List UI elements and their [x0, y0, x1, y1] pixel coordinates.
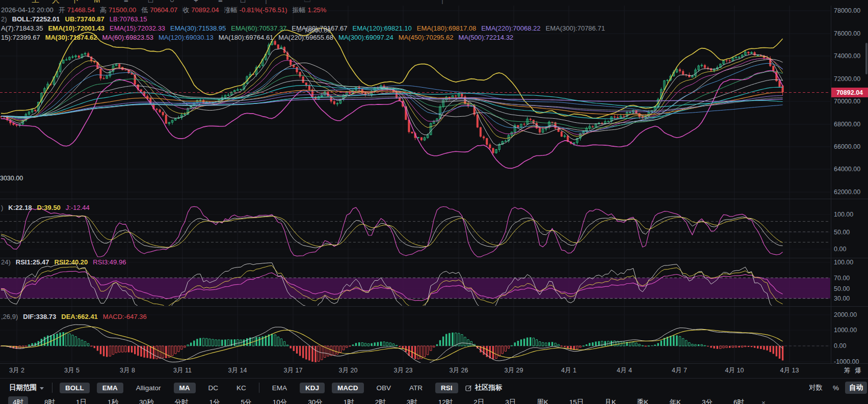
top-tool-icon[interactable]: 人 [52, 0, 60, 5]
timeframe-年K[interactable]: 年K [665, 396, 686, 404]
top-tool-icon[interactable]: ≡ [124, 0, 128, 5]
timeframe-3日[interactable]: 3日 [501, 396, 520, 404]
left-price-label: 63030.00 [0, 175, 23, 182]
rsi-axis-tick: 30.00 [834, 295, 850, 302]
timeframe-1时[interactable]: 1时 [339, 396, 359, 404]
overlay-btn-dc[interactable]: DC [203, 383, 224, 393]
corner-button[interactable]: 筹 [844, 366, 851, 375]
date-tick: 4月 13 [780, 366, 799, 375]
timeframe-30秒[interactable]: 30秒 [135, 396, 159, 404]
date-tick: 3月 23 [394, 366, 413, 375]
overlay-btn-alligator[interactable]: Alligator [130, 383, 167, 393]
timeframe-分时[interactable]: 分时 [170, 396, 193, 404]
rsi-axis-tick: 70.00 [834, 275, 850, 282]
timeframe-10分[interactable]: 10分 [268, 396, 292, 404]
timeframe-1日[interactable]: 1日 [71, 396, 91, 404]
overlay-btn-kc[interactable]: KC [231, 383, 252, 393]
main-axis-tick: 68000.00 [834, 121, 860, 128]
overlay-indicator-group: BOLLEMAAlligatorMADCKC [60, 383, 252, 393]
indicator-btn-ema[interactable]: EMA [267, 383, 293, 393]
top-tool-icon[interactable]: ▭ [304, 0, 311, 5]
timeframe-15日[interactable]: 15日 [565, 396, 589, 404]
top-tool-icon[interactable]: | [265, 0, 267, 5]
top-tool-icon[interactable]: + [194, 0, 198, 5]
chevron-down-icon [40, 387, 44, 390]
date-tick: 3月 5 [64, 366, 80, 375]
last-price-value: 70892.04 [836, 89, 863, 96]
edit-icon [465, 385, 472, 391]
main-axis-tick: 78000.00 [834, 7, 860, 14]
date-tick: 3月 2 [9, 366, 24, 375]
chart-canvas[interactable] [0, 0, 868, 404]
scale-option[interactable]: 对数 [805, 382, 827, 394]
macd-axis-tick: 0.00 [834, 342, 846, 349]
date-tick: 4月 7 [672, 366, 687, 375]
top-tool-icon[interactable]: 卜 [71, 0, 79, 5]
date-tick: 3月 11 [173, 366, 192, 375]
top-tool-icon[interactable]: M [94, 0, 100, 5]
date-range-label: 日期范围 [9, 383, 37, 392]
top-toolbar-clipped: 工人卜M≡□○+≡□|▭| [0, 0, 868, 5]
main-axis-tick: 62000.00 [834, 188, 860, 196]
overlay-btn-boll[interactable]: BOLL [60, 383, 90, 393]
macd-axis-tick: -1000.00 [834, 358, 859, 365]
top-tool-icon[interactable]: 工 [32, 0, 39, 5]
main-axis-tick: 66000.00 [834, 143, 860, 150]
timeframe-1秒[interactable]: 1秒 [103, 396, 123, 404]
date-tick: 3月 14 [228, 366, 247, 375]
date-tick: 3月 17 [284, 366, 303, 375]
community-indicators-button[interactable]: 社区指标 [465, 383, 503, 392]
timeframe-12时[interactable]: 12时 [434, 396, 458, 404]
date-range-button[interactable]: 日期范围 [8, 382, 45, 394]
main-axis-tick: 70000.00 [834, 98, 860, 105]
timeframe-8时[interactable]: 8时 [40, 396, 60, 404]
timeframe-5分[interactable]: 5分 [236, 396, 256, 404]
date-tick: 4月 1 [561, 366, 576, 375]
bottom-toolbar: 日期范围 BOLLEMAAlligatorMADCKC EMAKDJMACDOB… [0, 378, 868, 404]
timeframe-1分[interactable]: 1分 [205, 396, 225, 404]
timeframe-2日[interactable]: 2日 [469, 396, 489, 404]
top-tool-icon[interactable]: □ [148, 0, 153, 5]
toolbar-divider [52, 383, 52, 393]
main-axis-tick: 72000.00 [834, 75, 860, 83]
close-icon[interactable]: × [760, 397, 767, 404]
top-tool-icon[interactable]: | [441, 0, 443, 5]
timeframe-季K[interactable]: 季K [633, 396, 653, 404]
scale-options: 对数%自动 [805, 381, 867, 394]
scale-option[interactable]: % [829, 383, 843, 393]
timeframe-周K[interactable]: 周K [532, 396, 553, 404]
indicator-btn-rsi[interactable]: RSI [435, 383, 458, 393]
top-tool-icon[interactable]: □ [241, 0, 245, 5]
timeframe-2时[interactable]: 2时 [371, 396, 390, 404]
timeframe-4时[interactable]: 4时 [8, 396, 28, 404]
kdj-axis-tick: 50.00 [834, 229, 850, 236]
corner-button[interactable]: 爆 [855, 366, 862, 375]
indicator-btn-atr[interactable]: ATR [404, 383, 428, 393]
indicator-btn-obv[interactable]: OBV [371, 383, 397, 393]
top-tool-icon[interactable]: ○ [170, 0, 174, 5]
indicator-btn-kdj[interactable]: KDJ [300, 383, 325, 393]
indicator-toolbar-row: 日期范围 BOLLEMAAlligatorMADCKC EMAKDJMACDOB… [0, 381, 812, 394]
indicator-btn-macd[interactable]: MACD [332, 383, 364, 393]
date-tick: 3月 26 [450, 366, 468, 375]
scale-option[interactable]: 自动 [845, 382, 867, 394]
date-tick: 3月 20 [339, 366, 358, 375]
community-label: 社区指标 [475, 383, 503, 392]
rsi-axis-tick: 50.00 [834, 285, 850, 292]
scrollbar-fragment[interactable] [865, 43, 867, 74]
overlay-btn-ema[interactable]: EMA [97, 383, 123, 393]
rsi-axis-tick: 100.00 [834, 259, 853, 266]
timeframe-3分[interactable]: 3分 [697, 396, 717, 404]
toolbar-divider [259, 383, 259, 393]
last-price-badge: 70892.04 [831, 88, 868, 97]
timeframe-row: 4时8时1日1秒30秒分时1分5分10分30分1时2时3时12时2日3日周K15… [0, 396, 868, 404]
corner-mini-buttons: 筹爆 [844, 366, 861, 375]
overlay-btn-ma[interactable]: MA [174, 383, 196, 393]
date-tick: 3月 8 [120, 366, 135, 375]
timeframe-3时[interactable]: 3时 [402, 396, 422, 404]
timeframe-30分[interactable]: 30分 [303, 396, 327, 404]
timeframe-6时[interactable]: 6时 [729, 396, 749, 404]
timeframe-月K[interactable]: 月K [600, 396, 621, 404]
main-axis-tick: 74000.00 [834, 52, 860, 60]
top-tool-icon[interactable]: ≡ [218, 0, 223, 5]
